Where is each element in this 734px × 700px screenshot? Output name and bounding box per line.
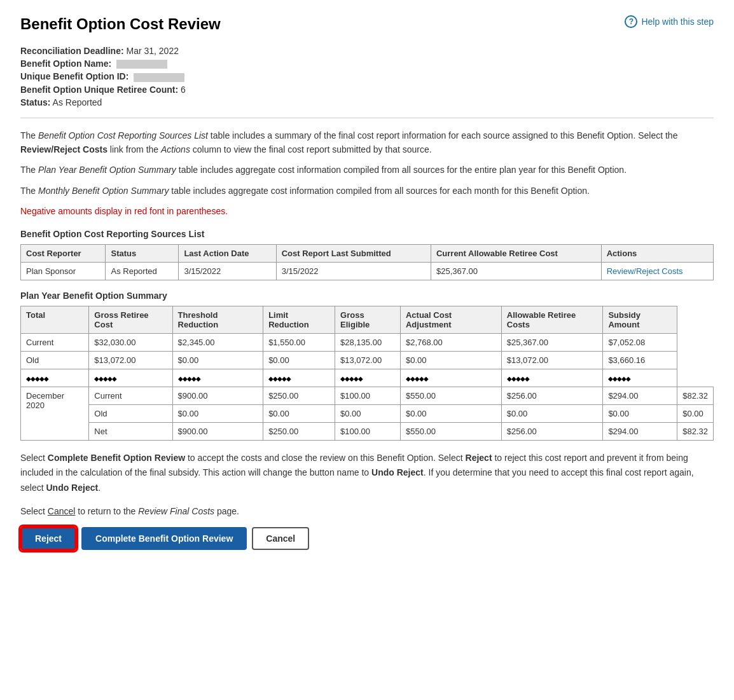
cell-december-net-threshold: $250.00 xyxy=(263,422,335,440)
plan-year-title: Plan Year Benefit Option Summary xyxy=(20,291,714,301)
benefit-option-name-redacted xyxy=(116,60,167,69)
retiree-count-value: 6 xyxy=(181,85,186,95)
table-row: Plan Sponsor As Reported 3/15/2022 3/15/… xyxy=(21,262,714,280)
reconciliation-deadline-label: Reconciliation Deadline: xyxy=(20,46,124,56)
undo-reject-bold: Undo Reject xyxy=(371,467,424,477)
sources-list-section: Benefit Option Cost Reporting Sources Li… xyxy=(20,229,714,280)
cell-total-old: Old xyxy=(21,351,89,369)
cell-december-old-gross-elig: $0.00 xyxy=(400,404,501,422)
sources-table: Cost Reporter Status Last Action Date Co… xyxy=(20,244,714,280)
cell-december-net-subsidy: $82.32 xyxy=(677,422,714,440)
help-icon: ? xyxy=(625,15,637,28)
cell-december-current-threshold: $250.00 xyxy=(263,387,335,404)
status-label: Status: xyxy=(20,97,50,107)
review-reject-costs-link[interactable]: Review/Reject Costs xyxy=(607,266,683,276)
cell-threshold-reduction-old: $0.00 xyxy=(172,351,263,369)
table-row: Current $32,030.00 $2,345.00 $1,550.00 $… xyxy=(21,333,714,351)
benefit-option-name-row: Benefit Option Name: xyxy=(20,58,714,69)
cell-month-december: December 2020 xyxy=(21,387,89,440)
cell-actual-cost-adjustment-current: $2,768.00 xyxy=(400,333,501,351)
cancel-note: Select Cancel to return to the Review Fi… xyxy=(20,506,714,516)
reconciliation-deadline-value: Mar 31, 2022 xyxy=(126,46,179,56)
cell-december-old-limit: $0.00 xyxy=(335,404,401,422)
cell-december-old-threshold: $0.00 xyxy=(263,404,335,422)
complete-benefit-option-review-button[interactable]: Complete Benefit Option Review xyxy=(81,527,247,550)
cell-december-old-subsidy: $0.00 xyxy=(677,404,714,422)
zigzag-cell: ◆◆◆◆◆ xyxy=(263,369,335,387)
zigzag-row: ◆◆◆◆◆ ◆◆◆◆◆ ◆◆◆◆◆ ◆◆◆◆◆ ◆◆◆◆◆ ◆◆◆◆◆ ◆◆◆◆… xyxy=(21,369,714,387)
cell-december-current-actual: $256.00 xyxy=(501,387,603,404)
cell-december-current-label: Current xyxy=(89,387,172,404)
description-para3: The Monthly Benefit Option Summary table… xyxy=(20,184,714,198)
cell-threshold-reduction-current: $2,345.00 xyxy=(172,333,263,351)
table-row: Old $0.00 $0.00 $0.00 $0.00 $0.00 $0.00 … xyxy=(21,404,714,422)
cell-last-action-date: 3/15/2022 xyxy=(179,262,276,280)
cell-december-old-label: Old xyxy=(89,404,172,422)
cancel-button[interactable]: Cancel xyxy=(252,527,309,550)
monthly-summary-italic: Monthly Benefit Option Summary xyxy=(38,186,169,196)
cell-cost-reporter: Plan Sponsor xyxy=(21,262,106,280)
cell-december-net-allowable: $294.00 xyxy=(603,422,677,440)
col-gross-eligible: Gross Eligible xyxy=(335,306,401,333)
col-threshold-reduction: Threshold Reduction xyxy=(172,306,263,333)
reject-button[interactable]: Reject xyxy=(20,526,76,551)
table-row: Old $13,072.00 $0.00 $0.00 $13,072.00 $0… xyxy=(21,351,714,369)
retiree-count-label: Benefit Option Unique Retiree Count: xyxy=(20,85,178,95)
cell-limit-reduction-current: $1,550.00 xyxy=(263,333,335,351)
cell-gross-retiree-cost-old: $13,072.00 xyxy=(89,351,172,369)
negative-note: Negative amounts display in red font in … xyxy=(20,204,714,218)
plan-year-section: Plan Year Benefit Option Summary Total G… xyxy=(20,291,714,441)
benefit-option-name-label: Benefit Option Name: xyxy=(20,58,111,69)
cell-allowable-retiree-costs-current: $25,367.00 xyxy=(501,333,603,351)
cell-subsidy-amount-current: $7,052.08 xyxy=(603,333,677,351)
zigzag-cell: ◆◆◆◆◆ xyxy=(172,369,263,387)
cell-gross-retiree-cost-current: $32,030.00 xyxy=(89,333,172,351)
cell-december-current-limit: $100.00 xyxy=(335,387,401,404)
cell-limit-reduction-old: $0.00 xyxy=(263,351,335,369)
actions-para1: Select Complete Benefit Option Review to… xyxy=(20,451,714,496)
cell-december-current-gross-elig: $550.00 xyxy=(400,387,501,404)
cell-status: As Reported xyxy=(106,262,179,280)
help-link-label: Help with this step xyxy=(641,17,714,27)
col-cost-reporter: Cost Reporter xyxy=(21,244,106,262)
cell-december-current-allowable: $294.00 xyxy=(603,387,677,404)
cell-december-old-actual: $0.00 xyxy=(501,404,603,422)
cancel-link-text: Cancel xyxy=(48,506,76,516)
cell-actions[interactable]: Review/Reject Costs xyxy=(601,262,713,280)
plan-year-header-row: Total Gross Retiree Cost Threshold Reduc… xyxy=(21,306,714,333)
col-limit-reduction: Limit Reduction xyxy=(263,306,335,333)
page-header: Benefit Option Cost Review ? Help with t… xyxy=(20,15,714,33)
unique-benefit-option-id-row: Unique Benefit Option ID: xyxy=(20,71,714,81)
undo-reject-bold2: Undo Reject xyxy=(46,483,98,493)
description-para1: The Benefit Option Cost Reporting Source… xyxy=(20,128,714,157)
actions-italic: Actions xyxy=(161,144,190,154)
sources-list-italic: Benefit Option Cost Reporting Sources Li… xyxy=(38,130,208,141)
cell-december-old-allowable: $0.00 xyxy=(603,404,677,422)
table-row: Net $900.00 $250.00 $100.00 $550.00 $256… xyxy=(21,422,714,440)
cell-december-net-limit: $100.00 xyxy=(335,422,401,440)
cell-allowable-cost: $25,367.00 xyxy=(431,262,601,280)
sources-table-header-row: Cost Reporter Status Last Action Date Co… xyxy=(21,244,714,262)
plan-year-table: Total Gross Retiree Cost Threshold Reduc… xyxy=(20,306,714,441)
col-actual-cost-adjustment: Actual Cost Adjustment xyxy=(400,306,501,333)
help-link[interactable]: ? Help with this step xyxy=(625,15,714,28)
col-subsidy-amount: Subsidy Amount xyxy=(603,306,677,333)
col-actions: Actions xyxy=(601,244,713,262)
meta-section: Reconciliation Deadline: Mar 31, 2022 Be… xyxy=(20,46,714,107)
complete-benefit-bold: Complete Benefit Option Review xyxy=(48,453,185,463)
retiree-count-row: Benefit Option Unique Retiree Count: 6 xyxy=(20,85,714,95)
cell-cost-report-submitted: 3/15/2022 xyxy=(276,262,431,280)
review-reject-bold: Review/Reject Costs xyxy=(20,144,107,154)
cell-gross-eligible-old: $13,072.00 xyxy=(335,351,401,369)
zigzag-cell: ◆◆◆◆◆ xyxy=(501,369,603,387)
status-value: As Reported xyxy=(53,97,102,107)
col-current-allowable-retiree-cost: Current Allowable Retiree Cost xyxy=(431,244,601,262)
col-gross-retiree-cost: Gross Retiree Cost xyxy=(89,306,172,333)
reconciliation-deadline-row: Reconciliation Deadline: Mar 31, 2022 xyxy=(20,46,714,56)
page-title: Benefit Option Cost Review xyxy=(20,15,221,33)
description-para2: The Plan Year Benefit Option Summary tab… xyxy=(20,163,714,177)
cell-december-net-actual: $256.00 xyxy=(501,422,603,440)
status-row: Status: As Reported xyxy=(20,97,714,107)
cell-december-net-gross: $900.00 xyxy=(172,422,263,440)
unique-benefit-option-id-label: Unique Benefit Option ID: xyxy=(20,71,128,81)
